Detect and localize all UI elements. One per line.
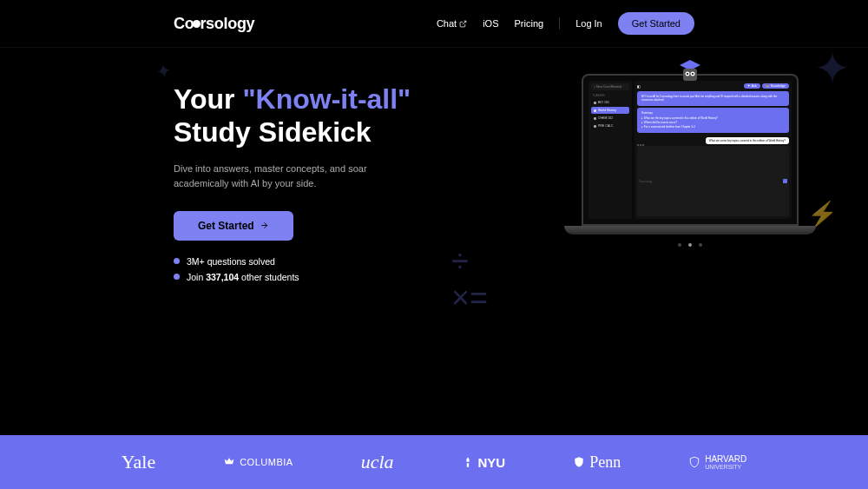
stat-students: Join 337,104 other students [174, 272, 469, 282]
nav-divider [559, 17, 560, 30]
hero-headline: Your "Know-it-all" Study Sidekick [174, 83, 469, 149]
class-icon [594, 117, 596, 120]
laptop-screen: + New Core Material CLASSES BIO 101 Worl… [582, 74, 799, 226]
arrow-right-icon [260, 221, 269, 230]
shield-icon [573, 456, 585, 468]
uni-nyu: NYU [462, 455, 506, 470]
sidebar-item: BIO 101 [591, 99, 629, 106]
carousel-dot[interactable] [678, 243, 681, 247]
carousel-dots [564, 243, 816, 247]
svg-point-3 [687, 73, 688, 75]
sidebar-item-active: World History [591, 107, 629, 114]
external-link-icon [459, 20, 467, 28]
ai-message: Hi! I'm an AI for Coursology here to ass… [637, 91, 789, 106]
hero-content: Your "Know-it-all" Study Sidekick Dive i… [174, 83, 469, 287]
nav-get-started-button[interactable]: Get Started [618, 12, 694, 35]
hero-section: Your "Know-it-all" Study Sidekick Dive i… [0, 48, 868, 305]
sidebar-item: CHEM 102 [591, 115, 629, 122]
uni-yale: Yale [122, 451, 155, 473]
user-message: What are some key topics covered in this… [706, 137, 789, 144]
app-main: ◧ ✦ Ask 📚 Knowledge Hi! I'm an AI for Co… [635, 81, 792, 219]
stat-questions: 3M+ questions solved [174, 256, 469, 267]
logo[interactable]: Corsology [174, 15, 254, 33]
uni-ucla: ucla [361, 451, 394, 473]
class-icon [594, 125, 596, 128]
uni-columbia: COLUMBIA [223, 456, 293, 468]
nav-login[interactable]: Log In [575, 18, 602, 29]
main-nav: Chat iOS Pricing Log In Get Started [437, 12, 694, 35]
nav-pricing[interactable]: Pricing [515, 18, 544, 29]
shield-icon [688, 456, 700, 468]
uni-penn: Penn [573, 453, 621, 472]
hero-cta-button[interactable]: Get Started [174, 211, 293, 241]
carousel-dot-active[interactable] [688, 243, 692, 247]
bullet-icon [174, 258, 180, 264]
knowledge-pill: 📚 Knowledge [762, 83, 789, 89]
bullet-icon [174, 274, 180, 280]
carousel-dot[interactable] [699, 243, 702, 247]
class-icon [594, 109, 596, 112]
site-header: Corsology Chat iOS Pricing Log In Get St… [0, 0, 868, 48]
svg-point-4 [692, 73, 694, 75]
laptop-mockup: + New Core Material CLASSES BIO 101 Worl… [564, 74, 816, 235]
message-input: Coursology [637, 146, 789, 216]
sidebar-item: PRE CALC [591, 122, 629, 129]
app-sidebar: + New Core Material CLASSES BIO 101 Worl… [589, 81, 632, 219]
uni-harvard: HARVARD UNIVERSITY [688, 454, 746, 471]
send-icon [783, 179, 787, 183]
mascot-icon [673, 53, 707, 88]
svg-rect-0 [683, 69, 697, 81]
crown-icon [223, 456, 235, 468]
hero-illustration: + New Core Material CLASSES BIO 101 Worl… [564, 74, 816, 247]
ask-pill: ✦ Ask [744, 83, 760, 89]
class-icon [594, 102, 596, 104]
logo-dot [193, 20, 201, 28]
nav-ios[interactable]: iOS [483, 18, 498, 29]
nav-chat[interactable]: Chat [437, 18, 467, 29]
app-top-bar: ◧ ✦ Ask 📚 Knowledge [637, 83, 789, 89]
app-preview: + New Core Material CLASSES BIO 101 Worl… [589, 81, 792, 219]
hero-subtext: Dive into answers, master concepts, and … [174, 162, 399, 192]
torch-icon [462, 456, 474, 468]
sidebar-section-label: CLASSES [593, 94, 629, 97]
laptop-base [564, 226, 816, 235]
universities-bar: Yale COLUMBIA ucla NYU Penn HARVARD UNIV… [0, 435, 868, 489]
new-material-button: + New Core Material [591, 83, 629, 90]
ai-message: Summary ▸ What are the key topics covere… [637, 108, 789, 133]
